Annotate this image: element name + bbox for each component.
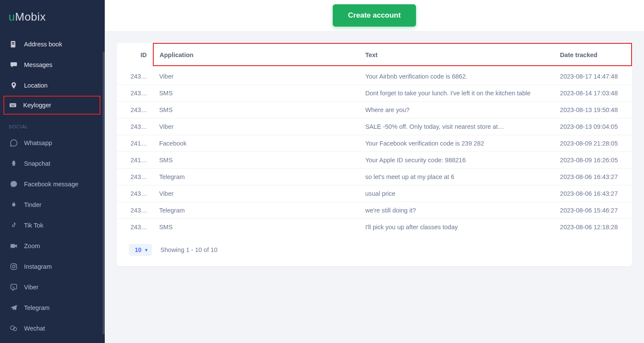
sidebar-item-skype[interactable]: Skype [0,339,105,343]
cell-date: 2023-08-09 16:26:05 [554,152,632,169]
cell-text: Where are you? [359,102,554,118]
sidebar-item-location[interactable]: Location [0,75,105,96]
brand-rest: Mobix [15,10,46,23]
table-row[interactable]: 243…Telegramwe're still doing it?2023-08… [117,202,632,219]
keylogger-card: ID Application Text Date tracked 243…Vib… [117,43,632,266]
cell-date: 2023-08-13 19:50:48 [554,102,632,118]
sidebar-item-snapchat[interactable]: Snapchat [0,153,105,174]
chevron-down-icon: ▾ [145,247,148,253]
sidebar-item-address-book[interactable]: Address book [0,34,105,55]
col-header-text[interactable]: Text [359,43,554,66]
svg-rect-3 [10,103,16,107]
nav-social: WhatsappSnapchatFacebook messageTinderTi… [0,133,105,343]
tinder-icon [9,200,18,209]
cell-date: 2023-08-06 15:46:27 [554,202,632,219]
sidebar-item-zoom[interactable]: Zoom [0,236,105,256]
topbar: Create account [105,0,644,31]
sidebar-item-facebook-message[interactable]: Facebook message [0,174,105,194]
sidebar-item-label: Instagram [24,263,52,270]
svg-rect-8 [11,106,15,106]
address-book-icon [9,40,18,49]
cell-id: 243… [117,118,153,135]
pager-summary: Showing 1 - 10 of 10 [161,246,218,253]
cell-date: 2023-08-06 16:43:27 [554,169,632,185]
svg-rect-4 [11,104,12,105]
svg-point-11 [12,265,15,268]
location-icon [9,81,18,90]
table-row[interactable]: 243…Viberusual price2023-08-06 16:43:27 [117,185,632,202]
sidebar-item-label: Location [24,82,48,89]
pager: 10 ▾ Showing 1 - 10 of 10 [117,235,632,256]
sidebar-item-label: Telegram [24,304,50,311]
svg-rect-6 [13,104,14,105]
sidebar-item-tinder[interactable]: Tinder [0,194,105,215]
col-header-id[interactable]: ID [117,43,153,66]
col-header-date[interactable]: Date tracked [554,43,632,66]
zoom-icon [9,242,18,250]
col-header-application[interactable]: Application [153,43,359,66]
page-size-select[interactable]: 10 ▾ [129,244,152,256]
messenger-icon [9,180,18,188]
viber-icon [9,283,18,291]
cell-id: 243… [117,66,153,85]
sidebar-item-wechat[interactable]: Wechat [0,318,105,339]
cell-text: Your Facebook verification code is 239 2… [359,135,554,152]
sidebar-item-label: Viber [24,284,39,291]
cell-date: 2023-08-06 12:18:28 [554,219,632,236]
cell-date: 2023-08-13 09:04:05 [554,118,632,135]
sidebar-item-telegram[interactable]: Telegram [0,297,105,318]
cell-text: I'll pick you up after classes today [359,219,554,236]
sidebar-item-keylogger[interactable]: Keylogger [3,96,100,115]
table-row[interactable]: 243…ViberYour Airbnb verification code i… [117,66,632,85]
sidebar-item-label: Address book [24,41,62,48]
sidebar-item-viber[interactable]: Viber [0,277,105,297]
cell-application: Facebook [153,135,359,152]
cell-date: 2023-08-09 21:28:05 [554,135,632,152]
nav-primary: Address bookMessagesLocationKeylogger [0,34,105,115]
table-row[interactable]: 243…SMSI'll pick you up after classes to… [117,219,632,236]
sidebar-item-tik-tok[interactable]: Tik Tok [0,215,105,236]
cell-id: 243… [117,102,153,118]
sidebar-item-label: Zoom [24,243,40,249]
sidebar-item-messages[interactable]: Messages [0,55,105,75]
cell-application: SMS [153,85,359,102]
cell-date: 2023-08-17 14:47:48 [554,66,632,85]
nav-section-social-label: SOCIAL [0,115,105,133]
whatsapp-icon [9,139,18,147]
sidebar-item-label: Facebook message [24,181,79,188]
content: ID Application Text Date tracked 243…Vib… [105,31,644,343]
sidebar-item-label: Whatsapp [24,140,52,146]
cell-id: 243… [117,185,153,202]
instagram-icon [9,262,18,271]
svg-rect-5 [12,104,13,105]
table-row[interactable]: 241…SMSYour Apple ID security code: 9882… [117,152,632,169]
snapchat-icon [9,159,18,168]
table-row[interactable]: 243…ViberSALE -50% off. Only today, visi… [117,118,632,135]
sidebar-item-label: Tik Tok [24,222,43,229]
brand-logo: uMobix [0,0,105,34]
svg-rect-7 [15,104,15,105]
table-row[interactable]: 243…Telegramso let's meet up at my place… [117,169,632,185]
table-row[interactable]: 243…SMSDont forget to take your lunch. I… [117,85,632,102]
cell-application: SMS [153,219,359,236]
cell-id: 243… [117,202,153,219]
telegram-icon [9,304,18,312]
cell-id: 243… [117,85,153,102]
cell-text: Your Airbnb verification code is 6862. [359,66,554,85]
sidebar-item-instagram[interactable]: Instagram [0,256,105,277]
keyboard-icon [9,101,17,109]
wechat-icon [9,324,18,333]
cell-application: SMS [153,152,359,169]
table-row[interactable]: 243…SMSWhere are you?2023-08-13 19:50:48 [117,102,632,118]
sidebar: uMobix Address bookMessagesLocationKeylo… [0,0,105,343]
cell-text: so let's meet up at my place at 6 [359,169,554,185]
cell-date: 2023-08-06 16:43:27 [554,185,632,202]
cell-application: Telegram [153,202,359,219]
table-row[interactable]: 241…FacebookYour Facebook verification c… [117,135,632,152]
cell-application: SMS [153,102,359,118]
sidebar-item-whatsapp[interactable]: Whatsapp [0,133,105,153]
sidebar-item-label: Wechat [24,325,45,332]
sidebar-scrollbar[interactable] [103,52,105,334]
create-account-button[interactable]: Create account [333,4,416,27]
svg-rect-9 [11,244,15,248]
